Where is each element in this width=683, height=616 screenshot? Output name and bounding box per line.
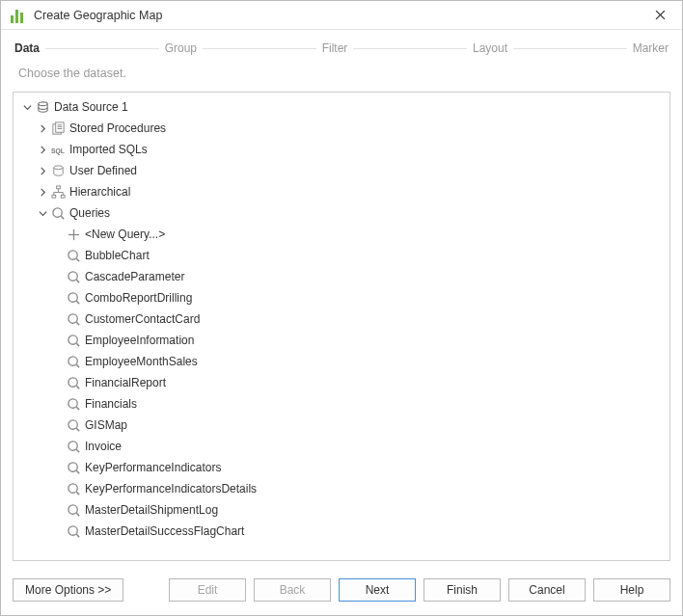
tree-node-query[interactable]: Financials	[17, 393, 669, 415]
tree-node-query[interactable]: GISMap	[17, 415, 669, 436]
datasource-icon	[35, 99, 50, 115]
dataset-tree[interactable]: Data Source 1 Stored Procedures SQL	[14, 93, 669, 560]
tree-node-hierarchical[interactable]: Hierarchical	[17, 181, 669, 202]
tree-label: User Defined	[69, 164, 137, 177]
svg-text:SQL: SQL	[51, 147, 65, 154]
chevron-right-icon[interactable]	[37, 186, 48, 198]
tree-node-query[interactable]: Invoice	[17, 436, 669, 457]
tree-label: ComboReportDrilling	[85, 291, 192, 305]
chevron-right-icon[interactable]	[37, 144, 48, 155]
step-separator	[353, 48, 467, 49]
svg-point-21	[68, 292, 76, 301]
tree-node-query[interactable]: BubbleChart	[17, 245, 669, 266]
query-icon	[66, 502, 81, 518]
help-button[interactable]: Help	[593, 578, 670, 602]
cancel-button[interactable]: Cancel	[508, 578, 586, 602]
svg-rect-11	[51, 195, 55, 198]
query-icon	[66, 396, 81, 412]
svg-point-35	[68, 441, 76, 449]
window-title: Create Geographic Map	[34, 9, 645, 22]
query-icon	[66, 523, 81, 539]
stored-procedure-icon	[50, 121, 66, 136]
svg-point-33	[68, 419, 76, 428]
next-button[interactable]: Next	[339, 578, 416, 602]
svg-point-31	[68, 398, 76, 407]
svg-line-28	[76, 364, 79, 367]
tree-label: EmployeeInformation	[85, 334, 194, 347]
step-marker[interactable]: Marker	[631, 40, 670, 57]
finish-button[interactable]: Finish	[423, 578, 501, 602]
query-icon	[66, 269, 81, 284]
tree-node-query[interactable]: CustomerContactCard	[17, 308, 669, 330]
tree-label: Data Source 1	[54, 100, 128, 114]
tree-node-query[interactable]: MasterDetailShipmentLog	[17, 499, 669, 521]
svg-point-27	[68, 356, 76, 364]
svg-point-43	[68, 525, 76, 534]
svg-point-25	[68, 335, 76, 343]
tree-node-root[interactable]: Data Source 1	[17, 96, 669, 118]
tree-node-query[interactable]: FinancialReport	[17, 372, 669, 393]
svg-line-14	[61, 216, 64, 219]
tree-node-query[interactable]: KeyPerformanceIndicators	[17, 457, 669, 478]
tree-node-query[interactable]: CascadeParameter	[17, 266, 669, 287]
svg-line-40	[76, 492, 79, 495]
hierarchy-icon	[50, 184, 66, 200]
svg-line-30	[76, 386, 79, 388]
step-layout[interactable]: Layout	[471, 40, 509, 57]
chevron-down-icon[interactable]	[37, 207, 48, 219]
step-subtitle: Choose the dataset.	[1, 61, 682, 92]
tree-node-query[interactable]: ComboReportDrilling	[17, 287, 669, 308]
tree-label: Queries	[69, 206, 110, 220]
tree-label: BubbleChart	[85, 249, 150, 262]
step-group[interactable]: Group	[163, 40, 199, 57]
chevron-right-icon[interactable]	[37, 122, 48, 134]
wizard-steps: Data Group Filter Layout Marker	[1, 30, 682, 61]
chevron-right-icon[interactable]	[37, 165, 48, 176]
tree-label: <New Query...>	[85, 228, 165, 241]
query-icon	[66, 481, 81, 496]
svg-point-2	[38, 101, 46, 105]
step-data[interactable]: Data	[13, 40, 41, 57]
svg-rect-12	[61, 195, 65, 198]
step-filter[interactable]: Filter	[320, 40, 350, 57]
svg-line-24	[76, 322, 79, 325]
tree-label: Imported SQLs	[69, 143, 148, 156]
edit-button: Edit	[169, 578, 246, 602]
tree-node-query[interactable]: MasterDetailSuccessFlagChart	[17, 521, 669, 542]
svg-line-36	[76, 449, 79, 452]
close-icon	[655, 10, 666, 20]
query-icon	[66, 354, 81, 369]
query-icon	[66, 417, 81, 433]
tree-node-imported-sqls[interactable]: SQL Imported SQLs	[17, 139, 669, 160]
more-options-button[interactable]: More Options >>	[13, 578, 123, 602]
app-icon	[11, 8, 26, 23]
svg-line-32	[76, 407, 79, 410]
svg-line-42	[76, 513, 79, 516]
svg-point-23	[68, 313, 76, 322]
tree-label: KeyPerformanceIndicators	[85, 461, 221, 474]
tree-node-stored-procedures[interactable]: Stored Procedures	[17, 118, 669, 139]
tree-label: Hierarchical	[69, 185, 130, 199]
tree-container: Data Source 1 Stored Procedures SQL	[13, 92, 670, 561]
query-icon	[66, 460, 81, 475]
tree-label: GISMap	[85, 418, 127, 432]
close-button[interactable]	[645, 1, 674, 29]
query-icon	[66, 439, 81, 454]
chevron-down-icon[interactable]	[21, 101, 33, 113]
step-separator	[45, 48, 159, 49]
query-icon	[66, 290, 81, 306]
tree-node-query[interactable]: KeyPerformanceIndicatorsDetails	[17, 478, 669, 499]
tree-node-query[interactable]: EmployeeInformation	[17, 330, 669, 351]
step-separator	[203, 48, 316, 49]
tree-label: Stored Procedures	[69, 121, 166, 135]
tree-node-queries[interactable]: Queries	[17, 202, 669, 224]
step-separator	[513, 48, 627, 49]
user-defined-icon	[50, 163, 66, 178]
svg-point-19	[68, 271, 76, 280]
tree-node-user-defined[interactable]: User Defined	[17, 160, 669, 181]
tree-node-new-query[interactable]: <New Query...>	[17, 224, 669, 245]
svg-line-38	[76, 470, 79, 473]
svg-point-9	[53, 165, 62, 169]
tree-node-query[interactable]: EmployeeMonthSales	[17, 351, 669, 372]
button-bar: More Options >> Edit Back Next Finish Ca…	[1, 569, 682, 615]
